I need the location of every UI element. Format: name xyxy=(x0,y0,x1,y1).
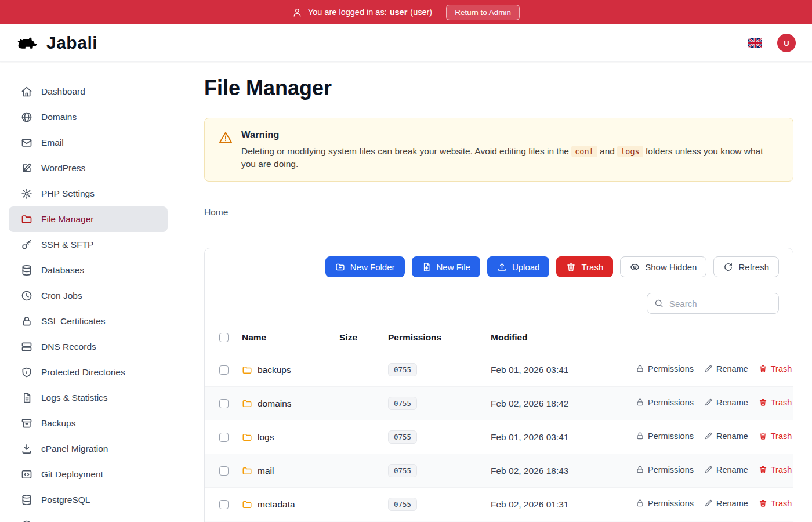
sidebar-item-databases[interactable]: Databases xyxy=(9,258,168,283)
row-checkbox[interactable] xyxy=(219,466,229,476)
sidebar-item-php-settings[interactable]: PHP Settings xyxy=(9,181,168,206)
globe-icon xyxy=(21,111,32,123)
search-input[interactable] xyxy=(668,298,771,309)
size-cell xyxy=(332,488,381,521)
sidebar-item-label: SSL Certificates xyxy=(41,316,106,327)
permissions-badge: 0755 xyxy=(388,498,417,511)
sidebar-item-label: Protected Directories xyxy=(41,367,125,378)
sidebar-item-dns-records[interactable]: DNS Records xyxy=(9,334,168,360)
permissions-action[interactable]: Permissions xyxy=(636,432,694,441)
trash-action[interactable]: Trash xyxy=(759,499,792,508)
rename-action[interactable]: Rename xyxy=(704,398,748,407)
rename-action[interactable]: Rename xyxy=(704,465,748,474)
folder-name-link[interactable]: backups xyxy=(258,365,291,375)
sidebar-item-email[interactable]: Email xyxy=(9,130,168,155)
table-row: mail 0755 Feb 02, 2026 18:43 Permissions… xyxy=(205,454,793,488)
brand-logo[interactable]: Jabali xyxy=(16,33,97,53)
download-icon xyxy=(21,443,32,455)
warning-triangle-icon xyxy=(219,130,233,144)
select-all-checkbox[interactable] xyxy=(219,333,229,342)
trash-action[interactable]: Trash xyxy=(759,364,792,374)
modified-cell: Feb 02, 2026 01:31 xyxy=(484,488,629,521)
permissions-action[interactable]: Permissions xyxy=(636,499,694,508)
sidebar-item-protected-directories[interactable]: Protected Directories xyxy=(9,360,168,385)
sidebar-item-label: Backups xyxy=(41,418,75,429)
sidebar-item-label: Domains xyxy=(41,112,77,122)
row-checkbox[interactable] xyxy=(219,399,229,408)
permissions-action[interactable]: Permissions xyxy=(636,398,694,407)
upload-button[interactable]: Upload xyxy=(487,256,550,277)
show-hidden-button[interactable]: Show Hidden xyxy=(620,256,706,277)
folder-name-link[interactable]: logs xyxy=(258,432,274,443)
code-logs: logs xyxy=(617,146,643,157)
column-header-permissions: Permissions xyxy=(381,322,484,353)
permissions-badge: 0755 xyxy=(388,430,417,444)
table-header-row: Name Size Permissions Modified xyxy=(205,322,793,353)
trash-icon xyxy=(759,432,767,440)
sidebar-item-label: Git Deployment xyxy=(41,469,103,480)
sidebar-item-label: SSH & SFTP xyxy=(41,240,93,250)
sidebar-item-label: Databases xyxy=(41,265,84,276)
lock-icon xyxy=(636,499,644,507)
search-box xyxy=(647,293,779,314)
trash-icon xyxy=(759,465,767,474)
return-to-admin-button[interactable]: Return to Admin xyxy=(446,5,520,20)
rename-action[interactable]: Rename xyxy=(704,364,748,374)
refresh-button[interactable]: Refresh xyxy=(713,256,779,277)
row-checkbox[interactable] xyxy=(219,433,229,442)
sidebar-item-postgresql[interactable]: PostgreSQL xyxy=(9,487,168,513)
trash-icon xyxy=(759,499,767,507)
pencil-icon xyxy=(704,499,713,507)
folder-name-link[interactable]: metadata xyxy=(258,499,295,510)
folder-name-link[interactable]: domains xyxy=(258,398,292,409)
sidebar-item-label: PHP Settings xyxy=(41,188,95,199)
trash-action[interactable]: Trash xyxy=(759,432,792,441)
sidebar-item-logs-statistics[interactable]: Logs & Statistics xyxy=(9,385,168,411)
uk-flag-icon xyxy=(748,38,762,48)
pencil-icon xyxy=(704,432,713,440)
breadcrumb-home[interactable]: Home xyxy=(204,207,228,217)
refresh-icon xyxy=(723,262,733,272)
new-file-button[interactable]: New File xyxy=(412,256,480,277)
rename-action[interactable]: Rename xyxy=(704,499,748,508)
permissions-action[interactable]: Permissions xyxy=(636,465,694,474)
sidebar-item-cron-jobs[interactable]: Cron Jobs xyxy=(9,283,168,309)
row-checkbox[interactable] xyxy=(219,365,229,375)
database-icon xyxy=(21,494,32,506)
trash-action[interactable]: Trash xyxy=(759,398,792,407)
user-icon xyxy=(292,8,302,17)
size-cell xyxy=(332,420,381,454)
banner-role: (user) xyxy=(410,8,432,17)
sidebar-item-ssh-sftp[interactable]: SSH & SFTP xyxy=(9,232,168,258)
sidebar-item-wordpress[interactable]: WordPress xyxy=(9,155,168,181)
trash-icon xyxy=(759,398,767,407)
permissions-badge: 0755 xyxy=(388,397,417,410)
lock-icon xyxy=(636,432,644,440)
sidebar-item-dashboard[interactable]: Dashboard xyxy=(9,79,168,104)
circle-icon xyxy=(21,520,32,522)
language-flag-uk[interactable] xyxy=(748,38,762,48)
sidebar-item-domains[interactable]: Domains xyxy=(9,104,168,130)
table-row: metadata 0755 Feb 02, 2026 01:31 Permiss… xyxy=(205,488,793,521)
home-icon xyxy=(21,86,32,97)
warning-title: Warning xyxy=(241,129,779,140)
banner-prefix: You are logged in as: xyxy=(308,8,387,17)
sidebar-item-ssl-certificates[interactable]: SSL Certificates xyxy=(9,309,168,334)
sidebar-item-cpanel-migration[interactable]: cPanel Migration xyxy=(9,436,168,462)
folder-name-link[interactable]: mail xyxy=(258,466,274,476)
lock-icon xyxy=(636,364,644,373)
app-header: Jabali U xyxy=(0,24,812,62)
main-content: File Manager Warning Deleting or modifyi… xyxy=(176,62,812,522)
permissions-action[interactable]: Permissions xyxy=(636,364,694,374)
new-folder-button[interactable]: New Folder xyxy=(325,256,405,277)
row-checkbox[interactable] xyxy=(219,500,229,509)
user-avatar[interactable]: U xyxy=(777,34,796,52)
archive-box-icon xyxy=(21,418,32,429)
sidebar-item-file-manager[interactable]: File Manager xyxy=(9,206,168,232)
rename-action[interactable]: Rename xyxy=(704,432,748,441)
sidebar-item-partial[interactable] xyxy=(9,513,168,522)
sidebar-item-git-deployment[interactable]: Git Deployment xyxy=(9,462,168,487)
trash-button[interactable]: Trash xyxy=(556,256,613,277)
trash-action[interactable]: Trash xyxy=(759,465,792,474)
sidebar-item-backups[interactable]: Backups xyxy=(9,411,168,436)
